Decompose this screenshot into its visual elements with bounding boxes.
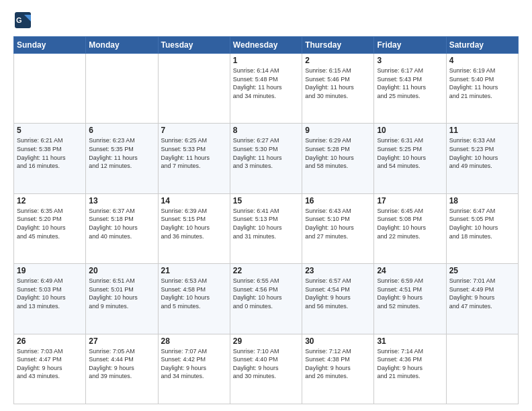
calendar-cell: 16Sunrise: 6:43 AM Sunset: 5:10 PM Dayli… [302, 193, 374, 263]
calendar-cell: 22Sunrise: 6:55 AM Sunset: 4:56 PM Dayli… [230, 264, 302, 334]
week-row-5: 26Sunrise: 7:03 AM Sunset: 4:47 PM Dayli… [14, 334, 519, 404]
cell-info: Sunrise: 7:07 AM Sunset: 4:42 PM Dayligh… [161, 347, 227, 381]
day-number: 28 [161, 336, 227, 346]
calendar-cell: 31Sunrise: 7:14 AM Sunset: 4:36 PM Dayli… [374, 334, 446, 404]
day-number: 18 [449, 196, 515, 205]
calendar-cell: 10Sunrise: 6:31 AM Sunset: 5:25 PM Dayli… [374, 124, 446, 193]
day-number: 19 [17, 266, 83, 275]
weekday-header-friday: Friday [374, 37, 446, 54]
calendar-cell: 12Sunrise: 6:35 AM Sunset: 5:20 PM Dayli… [14, 193, 86, 263]
day-number: 15 [233, 196, 299, 205]
weekday-header-row: SundayMondayTuesdayWednesdayThursdayFrid… [14, 37, 519, 54]
calendar-table: SundayMondayTuesdayWednesdayThursdayFrid… [13, 36, 519, 404]
calendar-cell: 13Sunrise: 6:37 AM Sunset: 5:18 PM Dayli… [86, 193, 158, 263]
logo-icon: G [13, 11, 32, 30]
day-number: 16 [305, 196, 371, 205]
day-number: 10 [377, 126, 443, 135]
day-number: 24 [377, 266, 443, 275]
weekday-header-tuesday: Tuesday [158, 37, 230, 54]
calendar-cell: 18Sunrise: 6:47 AM Sunset: 5:05 PM Dayli… [446, 193, 518, 263]
cell-info: Sunrise: 7:01 AM Sunset: 4:49 PM Dayligh… [449, 277, 515, 310]
cell-info: Sunrise: 6:43 AM Sunset: 5:10 PM Dayligh… [305, 207, 371, 240]
day-number: 7 [161, 126, 227, 135]
calendar-cell: 25Sunrise: 7:01 AM Sunset: 4:49 PM Dayli… [446, 264, 518, 334]
cell-info: Sunrise: 7:14 AM Sunset: 4:36 PM Dayligh… [377, 347, 443, 381]
cell-info: Sunrise: 6:17 AM Sunset: 5:43 PM Dayligh… [377, 66, 443, 100]
calendar-cell: 5Sunrise: 6:21 AM Sunset: 5:38 PM Daylig… [14, 124, 86, 193]
day-number: 5 [17, 126, 83, 135]
cell-info: Sunrise: 6:37 AM Sunset: 5:18 PM Dayligh… [89, 207, 154, 240]
cell-info: Sunrise: 6:49 AM Sunset: 5:03 PM Dayligh… [17, 277, 83, 310]
calendar-cell: 15Sunrise: 6:41 AM Sunset: 5:13 PM Dayli… [230, 193, 302, 263]
cell-info: Sunrise: 6:15 AM Sunset: 5:46 PM Dayligh… [305, 66, 371, 100]
cell-info: Sunrise: 7:12 AM Sunset: 4:38 PM Dayligh… [305, 347, 371, 381]
cell-info: Sunrise: 6:51 AM Sunset: 5:01 PM Dayligh… [89, 277, 154, 310]
calendar-cell: 8Sunrise: 6:27 AM Sunset: 5:30 PM Daylig… [230, 124, 302, 193]
calendar-cell: 26Sunrise: 7:03 AM Sunset: 4:47 PM Dayli… [14, 334, 86, 404]
day-number: 20 [89, 266, 154, 275]
calendar-cell: 19Sunrise: 6:49 AM Sunset: 5:03 PM Dayli… [14, 264, 86, 334]
weekday-header-saturday: Saturday [446, 37, 518, 54]
logo: G [13, 11, 34, 30]
day-number: 17 [377, 196, 443, 205]
day-number: 22 [233, 266, 299, 275]
calendar-cell: 21Sunrise: 6:53 AM Sunset: 4:58 PM Dayli… [158, 264, 230, 334]
calendar-cell [14, 54, 86, 124]
cell-info: Sunrise: 7:05 AM Sunset: 4:44 PM Dayligh… [89, 347, 154, 381]
weekday-header-sunday: Sunday [14, 37, 86, 54]
calendar-cell [86, 54, 158, 124]
day-number: 2 [305, 56, 371, 65]
calendar-cell: 27Sunrise: 7:05 AM Sunset: 4:44 PM Dayli… [86, 334, 158, 404]
calendar-cell: 11Sunrise: 6:33 AM Sunset: 5:23 PM Dayli… [446, 124, 518, 193]
week-row-3: 12Sunrise: 6:35 AM Sunset: 5:20 PM Dayli… [14, 193, 519, 263]
cell-info: Sunrise: 6:29 AM Sunset: 5:28 PM Dayligh… [305, 136, 371, 170]
cell-info: Sunrise: 7:10 AM Sunset: 4:40 PM Dayligh… [233, 347, 299, 381]
calendar-cell: 3Sunrise: 6:17 AM Sunset: 5:43 PM Daylig… [374, 54, 446, 124]
week-row-1: 1Sunrise: 6:14 AM Sunset: 5:48 PM Daylig… [14, 54, 519, 124]
calendar-cell: 28Sunrise: 7:07 AM Sunset: 4:42 PM Dayli… [158, 334, 230, 404]
cell-info: Sunrise: 6:59 AM Sunset: 4:51 PM Dayligh… [377, 277, 443, 310]
day-number: 9 [305, 126, 371, 135]
day-number: 26 [17, 336, 83, 346]
cell-info: Sunrise: 6:55 AM Sunset: 4:56 PM Dayligh… [233, 277, 299, 310]
calendar-cell: 6Sunrise: 6:23 AM Sunset: 5:35 PM Daylig… [86, 124, 158, 193]
weekday-header-thursday: Thursday [302, 37, 374, 54]
day-number: 3 [377, 56, 443, 65]
calendar-cell: 23Sunrise: 6:57 AM Sunset: 4:54 PM Dayli… [302, 264, 374, 334]
cell-info: Sunrise: 6:27 AM Sunset: 5:30 PM Dayligh… [233, 136, 299, 170]
cell-info: Sunrise: 6:39 AM Sunset: 5:15 PM Dayligh… [161, 207, 227, 240]
day-number: 4 [449, 56, 515, 65]
cell-info: Sunrise: 6:14 AM Sunset: 5:48 PM Dayligh… [233, 66, 299, 100]
calendar-cell: 20Sunrise: 6:51 AM Sunset: 5:01 PM Dayli… [86, 264, 158, 334]
calendar-cell: 7Sunrise: 6:25 AM Sunset: 5:33 PM Daylig… [158, 124, 230, 193]
week-row-4: 19Sunrise: 6:49 AM Sunset: 5:03 PM Dayli… [14, 264, 519, 334]
header: G [13, 11, 519, 30]
cell-info: Sunrise: 6:19 AM Sunset: 5:40 PM Dayligh… [449, 66, 515, 100]
cell-info: Sunrise: 6:25 AM Sunset: 5:33 PM Dayligh… [161, 136, 227, 170]
calendar-cell: 17Sunrise: 6:45 AM Sunset: 5:08 PM Dayli… [374, 193, 446, 263]
week-row-2: 5Sunrise: 6:21 AM Sunset: 5:38 PM Daylig… [14, 124, 519, 193]
day-number: 6 [89, 126, 154, 135]
day-number: 21 [161, 266, 227, 275]
day-number: 14 [161, 196, 227, 205]
cell-info: Sunrise: 6:23 AM Sunset: 5:35 PM Dayligh… [89, 136, 154, 170]
calendar-cell: 24Sunrise: 6:59 AM Sunset: 4:51 PM Dayli… [374, 264, 446, 334]
day-number: 29 [233, 336, 299, 346]
day-number: 11 [449, 126, 515, 135]
calendar-cell: 14Sunrise: 6:39 AM Sunset: 5:15 PM Dayli… [158, 193, 230, 263]
day-number: 25 [449, 266, 515, 275]
weekday-header-monday: Monday [86, 37, 158, 54]
day-number: 30 [305, 336, 371, 346]
day-number: 8 [233, 126, 299, 135]
cell-info: Sunrise: 6:45 AM Sunset: 5:08 PM Dayligh… [377, 207, 443, 240]
day-number: 13 [89, 196, 154, 205]
cell-info: Sunrise: 6:41 AM Sunset: 5:13 PM Dayligh… [233, 207, 299, 240]
cell-info: Sunrise: 6:53 AM Sunset: 4:58 PM Dayligh… [161, 277, 227, 310]
calendar-cell: 9Sunrise: 6:29 AM Sunset: 5:28 PM Daylig… [302, 124, 374, 193]
calendar-cell: 29Sunrise: 7:10 AM Sunset: 4:40 PM Dayli… [230, 334, 302, 404]
calendar-cell [446, 334, 518, 404]
calendar-cell: 1Sunrise: 6:14 AM Sunset: 5:48 PM Daylig… [230, 54, 302, 124]
day-number: 31 [377, 336, 443, 346]
cell-info: Sunrise: 6:21 AM Sunset: 5:38 PM Dayligh… [17, 136, 83, 170]
cell-info: Sunrise: 6:35 AM Sunset: 5:20 PM Dayligh… [17, 207, 83, 240]
